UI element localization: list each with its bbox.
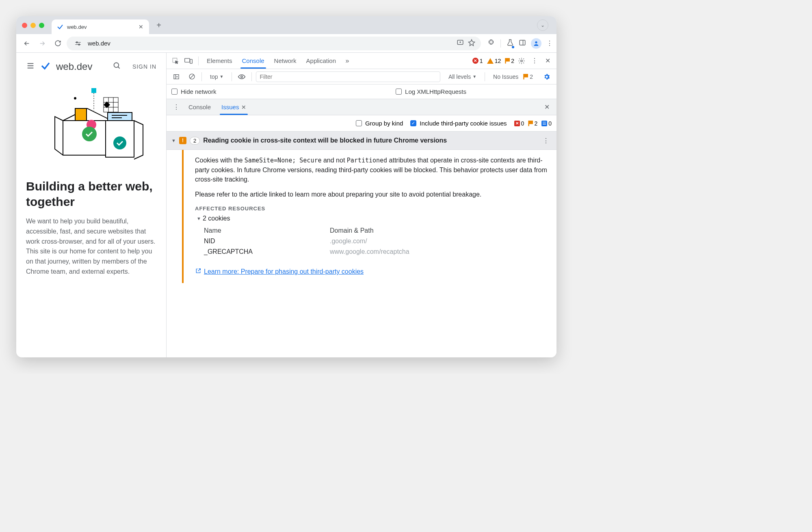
error-count[interactable]: ✕1 xyxy=(472,58,483,64)
search-icon[interactable] xyxy=(113,62,121,71)
titlebar: web.dev ✕ + ⌄ xyxy=(16,16,556,34)
tab-console[interactable]: Console xyxy=(238,53,269,69)
page-content: web.dev SIGN IN xyxy=(16,53,167,357)
inspect-element-icon[interactable] xyxy=(170,55,181,67)
issues-count[interactable]: 2 xyxy=(505,58,514,64)
table-header-row: NameDomain & Path xyxy=(204,225,548,236)
reload-button[interactable] xyxy=(51,37,64,50)
tab-elements[interactable]: Elements xyxy=(203,53,236,69)
toolbar-extensions: ⋮ xyxy=(483,38,552,49)
issue-paragraph-2: Please refer to the article linked to le… xyxy=(195,190,548,199)
hide-network-checkbox[interactable]: Hide network xyxy=(171,88,217,95)
bookmark-icon[interactable] xyxy=(468,39,475,48)
traffic-lights xyxy=(22,23,44,28)
tab-favicon xyxy=(56,23,64,30)
cookies-toggle[interactable]: ▼2 cookies xyxy=(197,215,548,222)
issue-title: Reading cookie in cross-site context wil… xyxy=(203,137,537,144)
drawer-tab-issues[interactable]: Issues✕ xyxy=(217,99,250,115)
svg-rect-34 xyxy=(174,74,179,79)
clear-console-icon[interactable] xyxy=(186,71,197,82)
tab-network[interactable]: Network xyxy=(270,53,301,69)
logo-icon xyxy=(41,61,50,72)
back-button[interactable] xyxy=(20,37,33,50)
drawer-tab-console[interactable]: Console xyxy=(184,99,215,115)
expand-toggle-icon[interactable]: ▼ xyxy=(171,138,176,143)
tab-close-button[interactable]: ✕ xyxy=(138,24,144,30)
svg-rect-14 xyxy=(75,108,87,121)
issue-occurrence-count: 2 xyxy=(190,137,200,145)
table-row[interactable]: _GRECAPTCHAwww.google.com/recaptcha xyxy=(204,247,548,257)
context-selector[interactable]: top ▼ xyxy=(206,72,227,81)
install-app-icon[interactable] xyxy=(457,39,464,48)
tab-application[interactable]: Application xyxy=(302,53,340,69)
filter-input[interactable] xyxy=(256,71,440,82)
devtools-panel: Elements Console Network Application » ✕… xyxy=(167,53,556,357)
drawer-tabs: ⋮ Console Issues✕ ✕ xyxy=(167,99,556,115)
log-levels-selector[interactable]: All levels ▼ xyxy=(444,72,481,81)
drawer-menu-icon[interactable]: ⋮ xyxy=(171,102,182,113)
device-toolbar-icon[interactable] xyxy=(183,55,194,67)
group-by-kind-checkbox[interactable]: Group by kind xyxy=(356,120,403,127)
close-window-button[interactable] xyxy=(22,23,27,28)
tab-title: web.dev xyxy=(67,24,134,30)
severity-counts: ✕0 2 0 xyxy=(514,120,552,127)
side-panel-icon[interactable] xyxy=(519,39,526,48)
menu-icon[interactable]: ⋮ xyxy=(546,39,552,47)
log-xhr-checkbox[interactable]: Log XMLHttpRequests xyxy=(396,88,466,95)
browser-tab[interactable]: web.dev ✕ xyxy=(52,19,149,34)
browser-window: web.dev ✕ + ⌄ web.dev ⋮ xyxy=(16,16,556,357)
warning-count[interactable]: 12 xyxy=(487,58,501,64)
external-link-icon xyxy=(195,268,201,276)
svg-point-33 xyxy=(521,60,523,62)
issues-options: Group by kind ✓Include third-party cooki… xyxy=(167,115,556,132)
hero-illustration xyxy=(26,82,156,165)
tab-list-button[interactable]: ⌄ xyxy=(537,19,548,31)
svg-line-37 xyxy=(190,75,194,78)
svg-rect-16 xyxy=(91,88,96,93)
toggle-sidebar-icon[interactable] xyxy=(171,71,182,82)
svg-point-3 xyxy=(78,44,80,45)
close-issues-tab-icon[interactable]: ✕ xyxy=(241,104,246,110)
issue-body: Cookies with the SameSite=None; Secure a… xyxy=(167,150,556,283)
maximize-window-button[interactable] xyxy=(39,23,44,28)
forward-button[interactable] xyxy=(36,37,49,50)
cookie-table: NameDomain & Path NID.google.com/ _GRECA… xyxy=(204,225,548,257)
more-tabs-icon[interactable]: » xyxy=(342,55,353,67)
issue-menu-icon[interactable]: ⋮ xyxy=(540,135,552,146)
svg-point-7 xyxy=(535,41,537,43)
svg-rect-5 xyxy=(520,40,525,45)
new-tab-button[interactable]: + xyxy=(153,19,165,31)
extensions-icon[interactable] xyxy=(487,39,495,48)
page-description: We want to help you build beautiful, acc… xyxy=(26,216,156,277)
console-options: Hide network Log XMLHttpRequests xyxy=(167,84,556,99)
close-drawer-icon[interactable]: ✕ xyxy=(541,102,552,113)
console-toolbar: top ▼ All levels ▼ No Issues 2 xyxy=(167,69,556,84)
profile-avatar[interactable] xyxy=(531,38,541,49)
logo-text: web.dev xyxy=(56,61,92,72)
svg-point-29 xyxy=(74,97,76,99)
more-icon[interactable]: ⋮ xyxy=(529,55,540,67)
hamburger-icon[interactable] xyxy=(26,61,35,72)
devtools-tabbar: Elements Console Network Application » ✕… xyxy=(167,53,556,69)
svg-point-2 xyxy=(76,41,78,43)
page-heading: Building a better web, together xyxy=(26,179,156,209)
issues-link[interactable]: No Issues 2 xyxy=(489,72,537,81)
svg-point-38 xyxy=(241,76,243,77)
labs-icon[interactable] xyxy=(507,39,514,48)
site-settings-button[interactable] xyxy=(72,40,84,47)
table-row[interactable]: NID.google.com/ xyxy=(204,236,548,247)
issue-paragraph-1: Cookies with the SameSite=None; Secure a… xyxy=(195,156,548,184)
issue-header[interactable]: ▼ ! 2 Reading cookie in cross-site conte… xyxy=(167,132,556,150)
svg-rect-32 xyxy=(190,59,192,63)
settings-icon[interactable] xyxy=(516,55,527,67)
sign-in-link[interactable]: SIGN IN xyxy=(132,63,156,70)
minimize-window-button[interactable] xyxy=(30,23,36,28)
close-devtools-icon[interactable]: ✕ xyxy=(542,55,553,67)
svg-line-12 xyxy=(118,67,119,69)
omnibox[interactable]: web.dev xyxy=(67,37,481,50)
include-3p-checkbox[interactable]: ✓Include third-party cookie issues xyxy=(410,120,507,127)
live-expression-icon[interactable] xyxy=(236,71,247,82)
svg-point-28 xyxy=(113,136,126,149)
console-settings-icon[interactable] xyxy=(541,71,552,82)
learn-more-link[interactable]: Learn more: Prepare for phasing out thir… xyxy=(195,268,548,276)
